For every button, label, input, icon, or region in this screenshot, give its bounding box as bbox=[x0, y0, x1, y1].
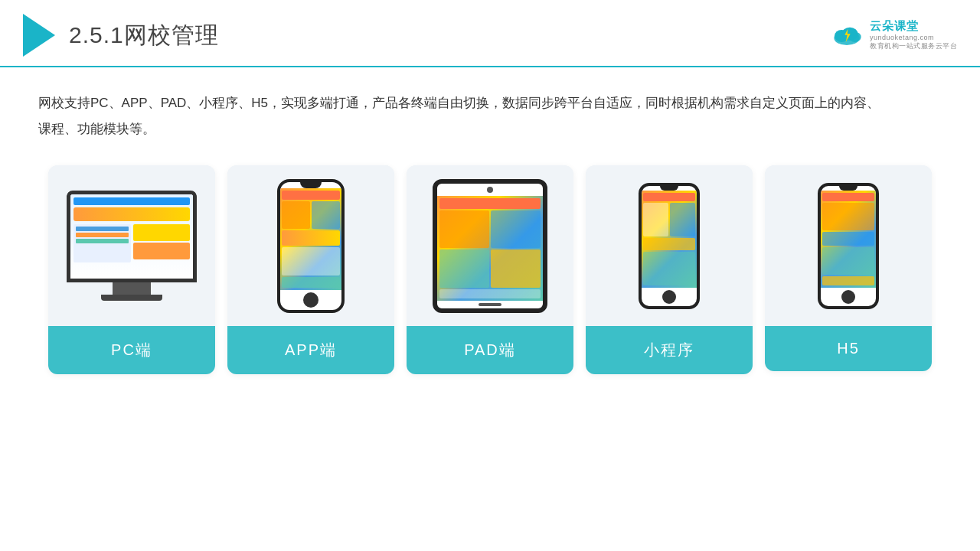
pad-image-area bbox=[407, 165, 573, 326]
logo: 云朵课堂 yunduoketang.com 教育机构一站式服务云平台 bbox=[830, 19, 957, 51]
pad-tablet-mockup bbox=[433, 179, 547, 313]
play-icon bbox=[23, 14, 55, 57]
pc-label: PC端 bbox=[48, 326, 215, 374]
pad-camera bbox=[487, 187, 493, 193]
app-phone-home bbox=[303, 292, 318, 308]
mini-program-label: 小程序 bbox=[586, 326, 753, 374]
pc-card: PC端 bbox=[48, 165, 215, 374]
app-label: APP端 bbox=[227, 326, 394, 374]
pc-mockup bbox=[67, 191, 197, 301]
mini-screen bbox=[642, 191, 697, 288]
monitor-screen bbox=[70, 194, 193, 279]
app-phone-screen bbox=[280, 188, 341, 290]
monitor-content bbox=[74, 207, 190, 276]
pad-screen bbox=[437, 196, 543, 301]
monitor-top-bar bbox=[74, 197, 190, 205]
description-text: 网校支持PC、APP、PAD、小程序、H5，实现多端打通，产品各终端自由切换，数… bbox=[38, 90, 880, 142]
logo-tagline: 教育机构一站式服务云平台 bbox=[870, 41, 957, 51]
mini-home bbox=[662, 290, 676, 304]
logo-url: yunduoketang.com bbox=[870, 34, 934, 41]
app-image-area bbox=[227, 165, 394, 326]
logo-name: 云朵课堂 bbox=[870, 19, 919, 34]
mini-program-card: 小程序 bbox=[586, 165, 753, 374]
mini-phone-mockup bbox=[639, 183, 700, 309]
app-phone-mockup bbox=[277, 179, 345, 313]
monitor-body bbox=[67, 191, 197, 282]
mini-program-image-area bbox=[586, 165, 753, 326]
app-phone-notch bbox=[300, 182, 322, 188]
logo-text-area: 云朵课堂 yunduoketang.com 教育机构一站式服务云平台 bbox=[870, 19, 957, 51]
pad-label: PAD端 bbox=[407, 326, 573, 374]
h5-screen bbox=[821, 191, 876, 288]
h5-label: H5 bbox=[765, 326, 932, 371]
header-left: 2.5.1网校管理 bbox=[23, 14, 219, 57]
pad-card: PAD端 bbox=[407, 165, 573, 374]
device-cards-row: PC端 bbox=[38, 165, 942, 374]
h5-phone-mockup bbox=[818, 183, 879, 309]
svg-point-3 bbox=[849, 32, 861, 42]
cloud-icon bbox=[830, 24, 864, 47]
main-content: 网校支持PC、APP、PAD、小程序、H5，实现多端打通，产品各终端自由切换，数… bbox=[0, 67, 980, 390]
pc-image-area bbox=[48, 165, 215, 326]
monitor-stand bbox=[113, 282, 151, 295]
h5-image-area bbox=[765, 165, 932, 326]
pad-home-bar bbox=[479, 303, 501, 306]
app-card: APP端 bbox=[227, 165, 394, 374]
app-screen-header bbox=[282, 191, 340, 200]
monitor-base bbox=[101, 295, 162, 301]
page-title: 2.5.1网校管理 bbox=[69, 20, 219, 51]
h5-home bbox=[841, 290, 855, 304]
h5-card: H5 bbox=[765, 165, 932, 371]
monitor-line-1 bbox=[74, 207, 190, 221]
header: 2.5.1网校管理 云朵课堂 yunduoketang.com 教育机构一站式服… bbox=[0, 0, 980, 67]
